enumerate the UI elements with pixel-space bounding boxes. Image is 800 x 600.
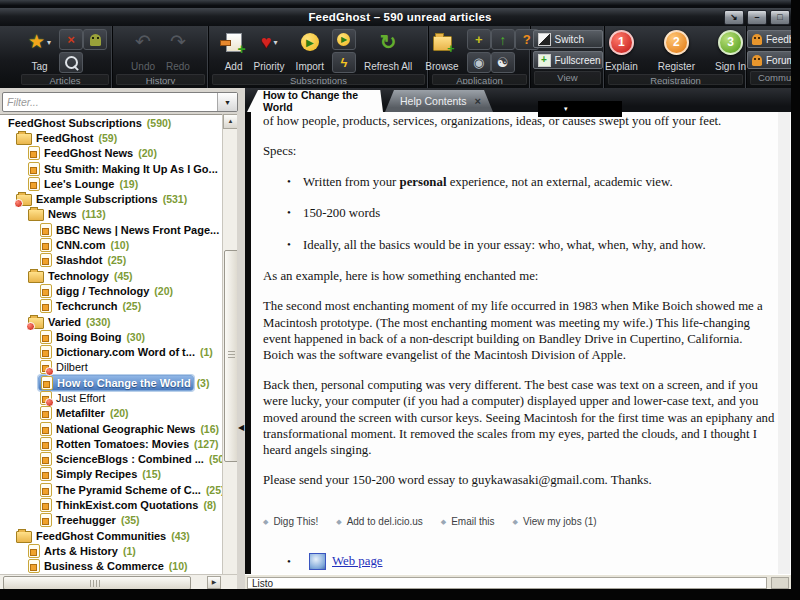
article-intro-line: of how people, products, services, organ… xyxy=(263,113,775,129)
sign-in-button[interactable]: 3 Sign In xyxy=(712,29,749,73)
tree-item[interactable]: Slashdot(25) xyxy=(0,253,222,268)
feed-icon xyxy=(28,146,40,160)
folder-error-icon xyxy=(16,194,32,206)
scroll-right-button[interactable]: ▶ xyxy=(207,576,221,589)
theme-button[interactable]: ☯ xyxy=(491,52,515,73)
tree-item[interactable]: FeedGhost News(20) xyxy=(0,146,222,161)
footer-link[interactable]: ◆Add to del.icio.us xyxy=(336,516,423,529)
feed-tree: FeedGhost Subscriptions(590)FeedGhost(59… xyxy=(0,114,222,575)
footer-link[interactable]: ◆Digg This! xyxy=(263,516,318,529)
scroll-up-button[interactable]: ▲ xyxy=(223,114,238,129)
collapse-sidebar-button[interactable]: ◀ xyxy=(237,419,245,437)
priority-button[interactable]: ♥▾ Priority xyxy=(250,29,287,73)
unread-count: (590) xyxy=(147,117,172,129)
tree-item[interactable]: Techcrunch(25) xyxy=(0,299,222,314)
browse-button[interactable]: Browse xyxy=(422,29,461,73)
tree-item[interactable]: FeedGhost(59) xyxy=(0,130,222,145)
footer-link[interactable]: ◆Email this xyxy=(441,516,495,529)
group-caption-subscriptions: Subscriptions xyxy=(212,74,425,85)
tree-item[interactable]: BBC News | News Front Page...(78) xyxy=(0,222,222,237)
tree-item[interactable]: How to Change the World(3) xyxy=(0,375,222,390)
tree-item[interactable]: Rotten Tomatoes: Movies(127) xyxy=(0,436,222,451)
tree-item[interactable]: ScienceBlogs : Combined ...(50) xyxy=(0,452,222,467)
tree-item[interactable]: Dictionary.com Word of t...(1) xyxy=(0,344,222,359)
feed-icon xyxy=(40,406,52,420)
tree-vertical-scrollbar[interactable]: ▲ xyxy=(222,114,237,574)
switch-view-button[interactable]: Switch xyxy=(533,30,603,48)
fullscreen-icon: + xyxy=(538,54,551,67)
feed-error-icon xyxy=(40,360,52,374)
tree-item[interactable]: Lee's Lounge(19) xyxy=(0,176,222,191)
delete-article-button[interactable]: × xyxy=(59,29,83,50)
tree-item[interactable]: CNN.com(10) xyxy=(0,237,222,252)
tree-item-label: Arts & History xyxy=(44,545,118,557)
tree-item[interactable]: Varied(330) xyxy=(0,314,222,329)
explain-button[interactable]: 1 Explain xyxy=(602,29,641,73)
feed-icon xyxy=(40,330,52,344)
play-feed-button[interactable]: ▶ xyxy=(332,29,356,50)
tab-help-contents[interactable]: Help Contents × xyxy=(385,90,493,112)
unread-count: (127) xyxy=(194,438,219,450)
tree-item[interactable]: National Geographic News(16) xyxy=(0,421,222,436)
tree-item[interactable]: News(113) xyxy=(0,207,222,222)
close-tab-icon[interactable]: × xyxy=(475,95,481,107)
artifact-mark-icon: ▾ xyxy=(564,105,568,112)
content-scrollbar[interactable] xyxy=(778,112,790,574)
footer-links: ◆Digg This!◆Add to del.icio.us◆Email thi… xyxy=(263,516,775,529)
tree-item[interactable]: Metafilter(20) xyxy=(0,406,222,421)
tree-item[interactable]: Simply Recipes(15) xyxy=(0,467,222,482)
tag-button[interactable]: ★▾ Tag xyxy=(25,29,54,73)
redo-button[interactable]: ↷ Redo xyxy=(163,29,193,73)
tree-item-label: Rotten Tomatoes: Movies xyxy=(56,438,189,450)
ghost-badge-button[interactable] xyxy=(83,29,107,50)
filter-input[interactable] xyxy=(3,93,217,111)
horizontal-scroll-thumb[interactable] xyxy=(3,576,191,590)
tree-item[interactable]: FeedGhost Communities(43) xyxy=(0,528,222,543)
link-bullet-icon: ◆ xyxy=(263,518,268,527)
tree-item[interactable]: Just Effort xyxy=(0,390,222,405)
import-button[interactable]: ▶ Import xyxy=(293,29,327,73)
spec-bullet: •Written from your personal experience, … xyxy=(263,174,775,190)
yin-yang-icon: ☯ xyxy=(497,55,509,70)
heart-icon: ♥ xyxy=(261,32,272,52)
upload-button[interactable]: ↑ xyxy=(491,29,515,50)
search-articles-button[interactable] xyxy=(59,52,83,73)
import-pacman-icon: ▶ xyxy=(301,33,319,51)
sidebar-splitter[interactable]: ◀ xyxy=(237,114,245,574)
tree-item[interactable]: ThinkExist.com Quotations(8) xyxy=(0,497,222,512)
web-page-link[interactable]: Web page xyxy=(332,553,383,569)
tree-item[interactable]: Arts & History(1) xyxy=(0,543,222,558)
tree-item-label: Just Effort xyxy=(56,392,105,404)
tree-item[interactable]: Boing Boing(30) xyxy=(0,329,222,344)
tree-horizontal-scrollbar[interactable]: ▶ xyxy=(0,574,237,589)
maximize-icon: □ xyxy=(777,12,783,22)
explain-button-label: Explain xyxy=(605,61,638,72)
tree-item-label: Dictionary.com Word of t... xyxy=(56,346,195,358)
add-subscription-button[interactable]: Add xyxy=(222,29,246,73)
minimize-button[interactable]: – xyxy=(747,10,767,25)
tree-item[interactable]: Example Subscriptions(531) xyxy=(0,191,222,206)
footer-link[interactable]: ◆View my jobs (1) xyxy=(513,516,597,529)
refresh-all-button[interactable]: ↻ Refresh All xyxy=(361,29,415,73)
register-button[interactable]: 2 Register xyxy=(655,29,698,73)
dock-window-button[interactable]: ↘ xyxy=(724,10,744,25)
tree-item[interactable]: Technology(45) xyxy=(0,268,222,283)
undo-button[interactable]: ↶ Undo xyxy=(128,29,158,73)
tree-item[interactable]: Dilbert xyxy=(0,360,222,375)
tree-item[interactable]: digg / Technology(20) xyxy=(0,283,222,298)
tab-how-to-change-the-world[interactable]: How to Change the World xyxy=(247,90,383,112)
article-content-pane: of how people, products, services, organ… xyxy=(245,112,791,574)
filter-dropdown-icon: ▼ xyxy=(224,99,231,106)
dock-icon: ↘ xyxy=(730,12,738,22)
tree-item[interactable]: FeedGhost Subscriptions(590) xyxy=(0,115,222,130)
filter-dropdown-button[interactable]: ▼ xyxy=(217,93,237,111)
disc-button[interactable]: ◉ xyxy=(467,52,491,73)
tree-item[interactable]: Business & Commerce(10) xyxy=(0,559,222,574)
quick-refresh-button[interactable]: ϟ xyxy=(332,52,356,73)
tree-item[interactable]: Treehugger(35) xyxy=(0,513,222,528)
tree-item[interactable]: The Pyramid Scheme of C...(25) xyxy=(0,482,222,497)
tree-item[interactable]: Stu Smith: Making It Up As I Go...(20) xyxy=(0,161,222,176)
move-button[interactable]: + xyxy=(467,29,491,50)
fullscreen-button[interactable]: + Fullscreen xyxy=(533,51,603,69)
maximize-button[interactable]: □ xyxy=(770,10,790,25)
